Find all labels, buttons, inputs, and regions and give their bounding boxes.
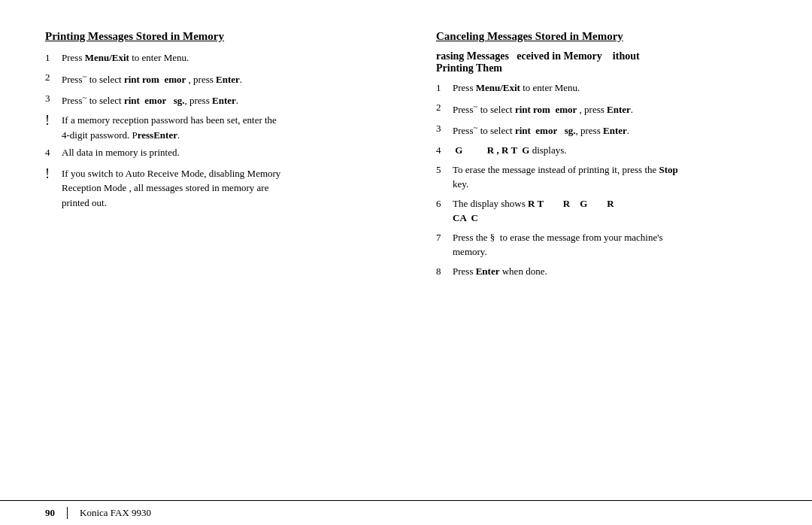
r-enter-key-2: Enter <box>604 104 631 115</box>
r-print-rom-key: rint rom emor <box>515 104 577 115</box>
right-step-7-text: Press the § to erase the message from yo… <box>453 230 767 259</box>
right-step-num-5: 5 <box>436 162 450 178</box>
note-1-text: If a memory reception password has been … <box>62 113 376 142</box>
right-steps: 1 Press Menu/Exit to enter Menu. 2 Press… <box>436 80 767 278</box>
page-number: 90 <box>45 507 68 519</box>
left-section-title: Printing Messages Stored in Memory <box>45 30 376 43</box>
right-step-6-text: The display shows R T R G R CA C <box>453 196 767 226</box>
right-step-3-text: Press~ to select rint emor sg., press En… <box>453 121 767 138</box>
step-num-1: 1 <box>45 50 59 65</box>
right-step-4: 4 G R , R T G displays. <box>436 143 767 158</box>
right-step-4-text: G R , R T G displays. <box>453 143 767 158</box>
r-step6-bold1: R T R G R <box>528 198 614 209</box>
note-2-text: If you switch to Auto Receive Mode, disa… <box>62 166 376 211</box>
right-step-1-text: Press Menu/Exit to enter Menu. <box>453 80 767 96</box>
right-step-1: 1 Press Menu/Exit to enter Menu. <box>436 80 767 96</box>
r-enter-key-8: Enter <box>476 266 500 277</box>
note-1: ! If a memory reception password has bee… <box>45 113 376 142</box>
step-2: 2 Press~ to select rint rom emor , press… <box>45 70 376 87</box>
left-steps: 1 Press Menu/Exit to enter Menu. 2 Press… <box>45 50 376 108</box>
note-bullet-1: ! <box>45 113 59 129</box>
right-step-6: 6 The display shows R T R G R CA C <box>436 196 767 226</box>
right-step-num-4: 4 <box>436 143 450 158</box>
print-rom-key: rint rom emor <box>124 74 186 85</box>
right-column: Canceling Messages Stored in Memory rasi… <box>421 30 767 485</box>
right-step-2-text: Press~ to select rint rom emor , press E… <box>453 100 767 117</box>
print-msg-key: rint emor sg. <box>124 96 185 107</box>
menu-exit-key: Menu/Exit <box>85 52 129 63</box>
right-step-num-3: 3 <box>436 121 450 136</box>
right-step-8-text: Press Enter when done. <box>453 264 767 279</box>
sub-section-title: rasing Messages eceived in Memory ithout… <box>436 50 767 74</box>
page: Printing Messages Stored in Memory 1 Pre… <box>0 0 812 525</box>
r-menu-exit-key: Menu/Exit <box>476 82 520 93</box>
sub-title-line1: rasing Messages eceived in Memory ithout <box>436 50 640 62</box>
r-enter-key-3: Enter <box>601 126 627 137</box>
step-3: 3 Press~ to select rint emor sg., press … <box>45 91 376 108</box>
step-4-text: All data in memory is printed. <box>62 145 376 160</box>
step-num-3: 3 <box>45 91 59 106</box>
enter-note: Enter <box>153 129 177 141</box>
right-step-5-text: To erase the message instead of printing… <box>453 162 767 192</box>
step-1-text: Press Menu/Exit to enter Menu. <box>62 50 376 65</box>
r-step4-bold: G R , R T G <box>453 144 529 156</box>
left-column: Printing Messages Stored in Memory 1 Pre… <box>45 30 391 485</box>
step-2-text: Press~ to select rint rom emor , press E… <box>62 70 376 87</box>
step-3-text: Press~ to select rint emor sg., press En… <box>62 91 376 108</box>
enter-key-3: Enter <box>210 96 236 107</box>
press-enter-note: ress <box>138 129 153 141</box>
right-step-num-6: 6 <box>436 196 450 211</box>
right-step-num-2: 2 <box>436 100 450 115</box>
right-step-num-1: 1 <box>436 80 450 96</box>
enter-key-2: Enter <box>214 74 240 85</box>
right-step-7: 7 Press the § to erase the message from … <box>436 230 767 259</box>
sub-title-line2: Printing Them <box>436 62 502 74</box>
brand-name: Konica FAX 9930 <box>80 507 151 519</box>
right-step-num-8: 8 <box>436 264 450 279</box>
note-bullet-2: ! <box>45 166 59 183</box>
right-section-title: Canceling Messages Stored in Memory <box>436 30 767 43</box>
stop-key: Stop <box>659 164 678 175</box>
note-2: ! If you switch to Auto Receive Mode, di… <box>45 166 376 211</box>
r-print-msg-key: rint emor sg. <box>515 126 576 137</box>
left-steps-4: 4 All data in memory is printed. <box>45 145 376 160</box>
step-num-2: 2 <box>45 70 59 85</box>
footer: 90 Konica FAX 9930 <box>0 500 812 525</box>
r-step6-bold2: CA C <box>453 212 478 223</box>
right-step-5: 5 To erase the message instead of printi… <box>436 162 767 192</box>
right-step-num-7: 7 <box>436 230 450 245</box>
content-area: Printing Messages Stored in Memory 1 Pre… <box>0 0 812 500</box>
step-4: 4 All data in memory is printed. <box>45 145 376 160</box>
step-num-4: 4 <box>45 145 59 160</box>
right-step-3: 3 Press~ to select rint emor sg., press … <box>436 121 767 138</box>
right-step-2: 2 Press~ to select rint rom emor , press… <box>436 100 767 117</box>
right-step-8: 8 Press Enter when done. <box>436 264 767 279</box>
step-1: 1 Press Menu/Exit to enter Menu. <box>45 50 376 65</box>
